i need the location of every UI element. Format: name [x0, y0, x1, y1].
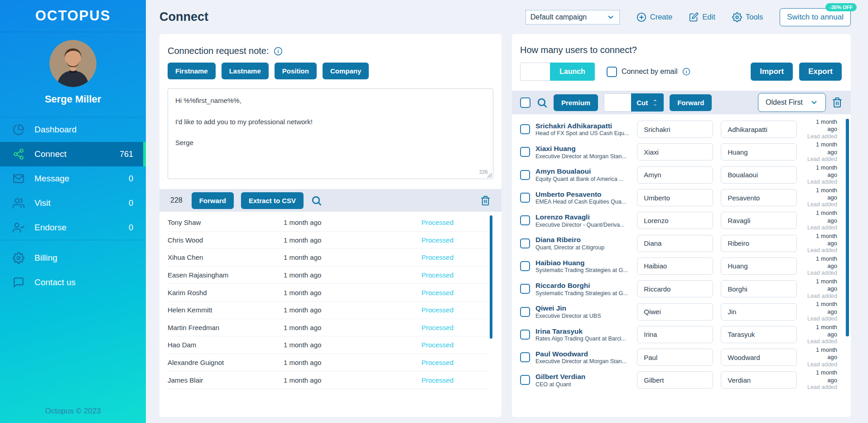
first-name-input[interactable]	[637, 326, 713, 343]
user-row[interactable]: Haibiao Huang Systematic Trading Strateg…	[520, 255, 844, 277]
connect-by-email-checkbox[interactable]	[607, 67, 617, 77]
user-checkbox[interactable]	[520, 307, 530, 317]
processed-row[interactable]: Easen Rajasingham 1 month ago Processed	[168, 267, 489, 284]
campaign-select[interactable]: Default campaign	[526, 10, 620, 24]
placeholder-chip-button[interactable]: Position	[275, 63, 317, 79]
user-checkbox[interactable]	[520, 330, 530, 340]
processed-row[interactable]: Alexandre Guignot 1 month ago Processed	[168, 354, 489, 372]
last-name-input[interactable]	[721, 189, 797, 206]
first-name-input[interactable]	[637, 258, 713, 275]
sidebar-item-billing[interactable]: Billing	[0, 246, 146, 270]
processed-row[interactable]: James Blair 1 month ago Processed	[168, 371, 489, 389]
processed-row[interactable]: Chris Wood 1 month ago Processed	[168, 232, 489, 249]
forward-button[interactable]: Forward	[670, 94, 712, 111]
user-checkbox[interactable]	[520, 170, 530, 180]
edit-button[interactable]: Edit	[689, 12, 715, 22]
info-icon[interactable]	[274, 47, 283, 56]
first-name-input[interactable]	[637, 166, 713, 184]
user-row[interactable]: Irina Tarasyuk Rates Algo Trading Quant …	[520, 323, 844, 346]
sidebar-item-dashboard[interactable]: Dashboard	[0, 117, 146, 142]
tools-button[interactable]: Tools	[732, 12, 763, 22]
user-checkbox[interactable]	[520, 215, 530, 225]
processed-row[interactable]: Martin Freedman 1 month ago Processed	[168, 319, 489, 337]
user-checkbox[interactable]	[520, 375, 530, 385]
trash-icon[interactable]	[832, 97, 843, 108]
sort-select[interactable]: Oldest First	[758, 93, 826, 112]
user-checkbox[interactable]	[520, 193, 530, 203]
user-time: 1 month ago	[805, 233, 837, 248]
first-name-input[interactable]	[637, 212, 713, 229]
user-checkbox[interactable]	[520, 284, 530, 294]
processed-row[interactable]: Tony Shaw 1 month ago Processed	[168, 214, 489, 232]
search-icon[interactable]	[311, 195, 322, 206]
user-row[interactable]: Srichakri Adhikarapatti Head of FX Spot …	[520, 118, 844, 141]
avatar[interactable]	[49, 40, 96, 87]
last-name-input[interactable]	[721, 326, 797, 343]
first-name-input[interactable]	[637, 189, 713, 206]
forward-button[interactable]: Forward	[192, 192, 234, 209]
export-button[interactable]: Export	[799, 63, 842, 81]
resize-handle[interactable]	[487, 173, 492, 178]
user-row[interactable]: Umberto Pesavento EMEA Head of Cash Equi…	[520, 186, 844, 209]
sidebar-item-contact-us[interactable]: Contact us	[0, 270, 146, 295]
first-name-input[interactable]	[637, 303, 713, 321]
last-name-input[interactable]	[721, 258, 797, 275]
first-name-input[interactable]	[637, 280, 713, 297]
user-row[interactable]: Gilbert Verdian CEO at Quant 1 month ago…	[520, 369, 844, 391]
select-all-checkbox[interactable]	[520, 97, 530, 108]
search-icon[interactable]	[536, 97, 548, 108]
user-row[interactable]: Qiwei Jin Executive Director at UBS 1 mo…	[520, 300, 844, 323]
import-button[interactable]: Import	[751, 63, 793, 81]
user-checkbox[interactable]	[520, 261, 530, 271]
stepper-arrows[interactable]	[652, 98, 658, 107]
create-button[interactable]: Create	[637, 12, 673, 22]
processed-row[interactable]: Xihua Chen 1 month ago Processed	[168, 249, 489, 267]
sidebar-item-connect[interactable]: Connect 761	[0, 142, 146, 166]
sidebar-item-message[interactable]: Message 0	[0, 166, 146, 191]
last-name-input[interactable]	[721, 371, 797, 389]
user-checkbox[interactable]	[520, 238, 530, 248]
note-textarea[interactable]: Hi %%first_name%%, I'd like to add you t…	[168, 88, 493, 179]
first-name-input[interactable]	[637, 143, 713, 160]
premium-button[interactable]: Premium	[554, 94, 598, 111]
last-name-input[interactable]	[721, 166, 797, 184]
last-name-input[interactable]	[721, 121, 797, 138]
first-name-input[interactable]	[637, 121, 713, 138]
launch-button[interactable]: Launch	[550, 63, 595, 81]
info-icon[interactable]	[682, 68, 690, 76]
extract-to-csv-button[interactable]: Extract to CSV	[241, 192, 304, 209]
processed-row[interactable]: Karim Roshd 1 month ago Processed	[168, 284, 489, 301]
user-row[interactable]: Riccardo Borghi Systematic Trading Strat…	[520, 277, 844, 300]
last-name-input[interactable]	[721, 280, 797, 297]
placeholder-chip-button[interactable]: Firstname	[168, 63, 216, 79]
sidebar-item-visit[interactable]: Visit 0	[0, 191, 146, 215]
last-name-input[interactable]	[721, 212, 797, 229]
placeholder-chip-button[interactable]: Lastname	[222, 63, 269, 79]
user-row[interactable]: Diana Ribeiro Quant, Director at Citigro…	[520, 232, 844, 254]
user-row[interactable]: Amyn Boualaoui Equity Quant at Bank of A…	[520, 164, 844, 186]
last-name-input[interactable]	[721, 349, 797, 366]
user-row[interactable]: Xiaxi Huang Executive Director at Morgan…	[520, 141, 844, 163]
scrollbar-thumb[interactable]	[846, 119, 849, 336]
user-checkbox[interactable]	[520, 124, 530, 134]
user-row[interactable]: Paul Woodward Executive Director at Morg…	[520, 346, 844, 369]
cut-button[interactable]: Cut	[631, 93, 664, 112]
last-name-input[interactable]	[721, 235, 797, 252]
trash-icon[interactable]	[480, 195, 491, 206]
user-checkbox[interactable]	[520, 352, 530, 362]
first-name-input[interactable]	[637, 371, 713, 389]
last-name-input[interactable]	[721, 143, 797, 160]
processed-row[interactable]: Hao Dam 1 month ago Processed	[168, 336, 489, 354]
last-name-input[interactable]	[721, 303, 797, 321]
user-info: Qiwei Jin Executive Director at UBS	[535, 304, 637, 319]
user-checkbox[interactable]	[520, 147, 530, 157]
first-name-input[interactable]	[637, 235, 713, 252]
user-row[interactable]: Lorenzo Ravagli Executive Director - Qua…	[520, 209, 844, 232]
sidebar-item-endorse[interactable]: Endorse 0	[0, 215, 146, 240]
cut-count-input[interactable]	[604, 93, 631, 112]
scrollbar-thumb[interactable]	[490, 215, 492, 339]
users-count-input[interactable]	[520, 63, 550, 81]
first-name-input[interactable]	[637, 349, 713, 366]
placeholder-chip-button[interactable]: Company	[323, 63, 369, 79]
processed-row[interactable]: Helen Kemmitt 1 month ago Processed	[168, 301, 489, 319]
